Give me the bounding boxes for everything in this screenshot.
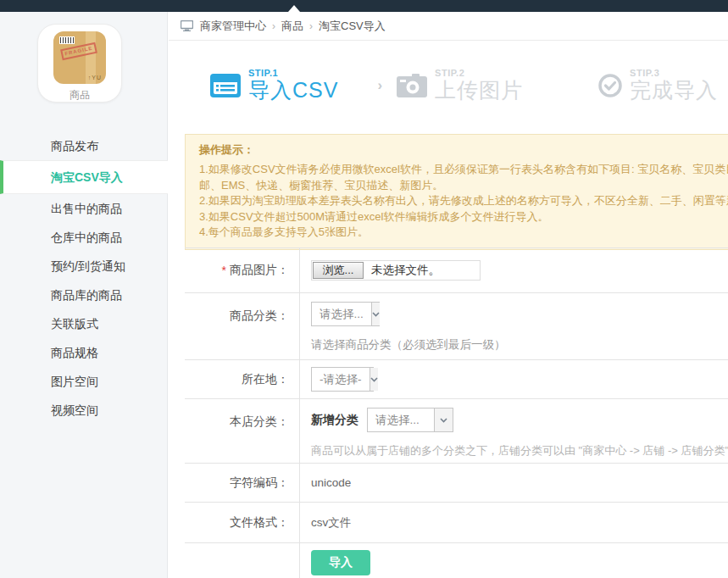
step-1-import-csv: STIP.1 导入CSV (210, 68, 338, 104)
monitor-icon (181, 20, 193, 31)
product-category-label: 商品分类： (185, 293, 300, 359)
main-content: 商家管理中心 › 商品 › 淘宝CSV导入 STIP.1 导入CSV (169, 12, 728, 578)
breadcrumb: 商家管理中心 › 商品 › 淘宝CSV导入 (169, 12, 728, 41)
product-image-label: * 商品图片： (185, 248, 300, 292)
step-indicator: STIP.1 导入CSV › STIP.2 上传图片 (169, 41, 728, 131)
camera-icon (397, 74, 427, 97)
form-row-product-image: * 商品图片： 浏览... 未选择文件。 (185, 248, 728, 293)
sidebar-menu: 商品发布 淘宝CSV导入 出售中的商品 仓库中的商品 预约/到货通知 商品库的商… (0, 131, 168, 425)
breadcrumb-merchant-center[interactable]: 商家管理中心 (200, 19, 266, 34)
sidebar-item-product-library[interactable]: 商品库的商品 (0, 281, 168, 309)
product-module-card[interactable]: FRAGILE ↑YU 商品 (37, 24, 122, 103)
no-file-selected-text: 未选择文件。 (371, 263, 440, 278)
form-row-encoding: 字符编码： unicode (185, 464, 728, 503)
encoding-label: 字符编码： (185, 464, 300, 502)
fragile-marks: ↑YU (88, 75, 102, 81)
operation-tips-box: 操作提示： 1.如果修改CSV文件请务必使用微软excel软件，且必须保证第一行… (185, 134, 728, 250)
tip-line-4: 4.每个商品最多支持导入5张图片。 (199, 225, 728, 241)
sidebar-item-video-space[interactable]: 视频空间 (0, 396, 168, 425)
location-select[interactable]: -请选择- (311, 367, 374, 392)
chevron-down-icon (370, 368, 378, 391)
sidebar-item-taobao-csv-import[interactable]: 淘宝CSV导入 (0, 160, 168, 194)
browse-button[interactable]: 浏览... (313, 262, 364, 279)
file-format-value: csv文件 (311, 515, 728, 531)
page: FRAGILE ↑YU 商品 商品发布 淘宝CSV导入 出售中的商品 仓库中的商… (0, 0, 728, 578)
submit-label-spacer (185, 543, 300, 578)
sidebar-item-publish[interactable]: 商品发布 (0, 131, 168, 160)
step-2-label: 上传图片 (435, 76, 523, 104)
top-bar (0, 0, 728, 12)
shop-category-select[interactable]: 请选择... (367, 408, 453, 432)
breadcrumb-current-page: 淘宝CSV导入 (319, 19, 386, 34)
file-format-label: 文件格式： (185, 503, 300, 542)
tip-line-3: 3.如果CSV文件超过500M请通过excel软件编辑拆成多个文件进行导入。 (199, 209, 728, 225)
breadcrumb-separator: › (272, 20, 275, 32)
import-button[interactable]: 导入 (311, 550, 370, 575)
breadcrumb-product[interactable]: 商品 (281, 19, 303, 34)
form-row-file-format: 文件格式： csv文件 (185, 503, 728, 543)
module-label: 商品 (38, 88, 121, 103)
chevron-down-icon (371, 303, 380, 325)
step-separator-icon: › (377, 77, 382, 94)
form-row-location: 所在地： -请选择- (185, 360, 728, 399)
product-category-hint: 请选择商品分类（必须选到最后一级） (311, 337, 728, 353)
topbar-notch (288, 5, 300, 12)
sidebar-item-product-spec[interactable]: 商品规格 (0, 338, 168, 367)
breadcrumb-separator: › (309, 20, 313, 32)
tip-line-1: 1.如果修改CSV文件请务必使用微软excel软件，且必须保证第一行表头名称含有… (199, 162, 728, 178)
check-circle-icon (598, 74, 622, 97)
step-3-finish-import: STIP.3 完成导入 (598, 68, 718, 104)
barcode-icon (59, 36, 75, 44)
required-mark: * (222, 264, 226, 277)
shop-category-hint: 商品可以从属于店铺的多个分类之下，店铺分类可以由 "商家中心 -> 店铺 -> … (311, 443, 728, 459)
location-label: 所在地： (185, 360, 300, 398)
step-1-label: 导入CSV (248, 76, 338, 104)
sidebar: FRAGILE ↑YU 商品 商品发布 淘宝CSV导入 出售中的商品 仓库中的商… (0, 12, 168, 578)
encoding-value: unicode (311, 476, 728, 489)
import-form: * 商品图片： 浏览... 未选择文件。 商品分类： 请选择... (185, 247, 728, 578)
shop-category-label: 本店分类： (185, 399, 300, 463)
step-3-label: 完成导入 (630, 76, 718, 104)
file-input[interactable]: 浏览... 未选择文件。 (311, 260, 481, 281)
sidebar-item-linked-layout[interactable]: 关联版式 (0, 309, 168, 338)
form-row-product-category: 商品分类： 请选择... 请选择商品分类（必须选到最后一级） (185, 293, 728, 360)
package-box-icon: FRAGILE ↑YU (53, 31, 106, 84)
step-2-upload-images: STIP.2 上传图片 (397, 68, 523, 104)
sidebar-item-image-space[interactable]: 图片空间 (0, 367, 168, 396)
sidebar-item-arrival-notice[interactable]: 预约/到货通知 (0, 252, 168, 281)
product-category-select[interactable]: 请选择... (311, 302, 380, 326)
sidebar-item-on-sale[interactable]: 出售中的商品 (0, 194, 168, 223)
form-row-submit: 导入 (185, 543, 728, 578)
tips-title: 操作提示： (199, 142, 728, 158)
add-category-link[interactable]: 新增分类 (311, 413, 358, 428)
sidebar-item-in-warehouse[interactable]: 仓库中的商品 (0, 223, 168, 252)
tip-line-2: 2.如果因为淘宝助理版本差异表头名称有出入，请先修改成上述的名称方可导入，不区分… (199, 193, 728, 209)
chevron-down-icon (434, 408, 453, 431)
form-row-shop-category: 本店分类： 新增分类 请选择... 商品可以从属于店铺的多个分类之下，店铺分类可… (185, 399, 728, 464)
tip-line-1-continued: 邮、EMS、快递、橱窗推荐、宝贝描述、新图片。 (199, 178, 728, 194)
csv-list-icon (210, 74, 241, 97)
